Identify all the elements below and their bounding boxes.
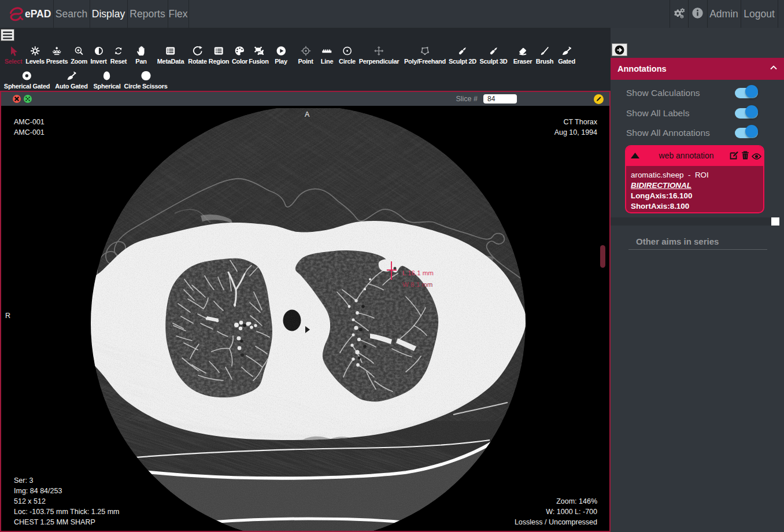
svg-text:W 8.1 mm: W 8.1 mm bbox=[402, 281, 432, 288]
svg-text:L 16.1 mm: L 16.1 mm bbox=[402, 269, 434, 276]
